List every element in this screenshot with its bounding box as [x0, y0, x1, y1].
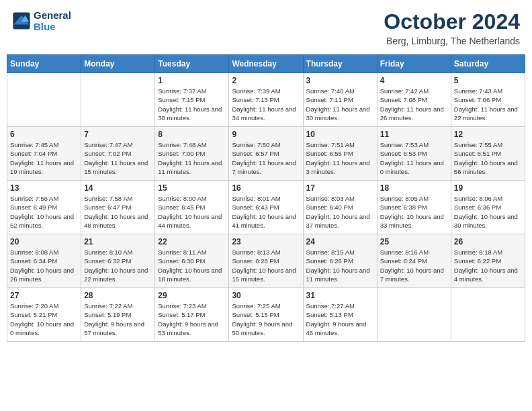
- calendar-week-3: 13Sunrise: 7:56 AM Sunset: 6:49 PM Dayli…: [7, 181, 525, 234]
- calendar-cell: 4Sunrise: 7:42 AM Sunset: 7:08 PM Daylig…: [377, 73, 451, 127]
- location-title: Berg, Limburg, The Netherlands: [384, 36, 520, 46]
- day-info: Sunrise: 8:00 AM Sunset: 6:45 PM Dayligh…: [158, 194, 226, 230]
- calendar-cell: [7, 73, 81, 127]
- day-info: Sunrise: 8:06 AM Sunset: 6:36 PM Dayligh…: [454, 194, 522, 230]
- day-info: Sunrise: 7:51 AM Sunset: 6:55 PM Dayligh…: [306, 140, 374, 176]
- day-number: 12: [454, 130, 522, 139]
- day-info: Sunrise: 8:08 AM Sunset: 6:34 PM Dayligh…: [10, 248, 78, 283]
- header-cell-wednesday: Wednesday: [229, 55, 303, 73]
- day-number: 7: [84, 130, 152, 139]
- calendar-cell: [377, 288, 451, 342]
- day-info: Sunrise: 7:40 AM Sunset: 7:11 PM Dayligh…: [306, 87, 374, 122]
- day-info: Sunrise: 7:37 AM Sunset: 7:15 PM Dayligh…: [158, 87, 226, 122]
- calendar-cell: 21Sunrise: 8:10 AM Sunset: 6:32 PM Dayli…: [81, 234, 155, 288]
- calendar-cell: 14Sunrise: 7:58 AM Sunset: 6:47 PM Dayli…: [81, 181, 155, 234]
- calendar-cell: 13Sunrise: 7:56 AM Sunset: 6:49 PM Dayli…: [7, 181, 81, 234]
- calendar-cell: 28Sunrise: 7:22 AM Sunset: 5:19 PM Dayli…: [81, 288, 155, 342]
- day-info: Sunrise: 7:25 AM Sunset: 5:15 PM Dayligh…: [232, 302, 300, 337]
- header-cell-monday: Monday: [81, 55, 155, 73]
- day-number: 29: [158, 291, 226, 300]
- calendar-cell: 30Sunrise: 7:25 AM Sunset: 5:15 PM Dayli…: [229, 288, 303, 342]
- day-info: Sunrise: 7:55 AM Sunset: 6:51 PM Dayligh…: [454, 140, 522, 176]
- day-info: Sunrise: 7:22 AM Sunset: 5:19 PM Dayligh…: [84, 302, 152, 337]
- day-info: Sunrise: 8:11 AM Sunset: 6:30 PM Dayligh…: [158, 248, 226, 283]
- calendar-cell: 2Sunrise: 7:39 AM Sunset: 7:13 PM Daylig…: [229, 73, 303, 127]
- calendar-cell: 26Sunrise: 8:18 AM Sunset: 6:22 PM Dayli…: [451, 234, 525, 288]
- day-number: 24: [306, 237, 374, 246]
- calendar-body: 1Sunrise: 7:37 AM Sunset: 7:15 PM Daylig…: [7, 73, 525, 342]
- calendar-cell: 25Sunrise: 8:16 AM Sunset: 6:24 PM Dayli…: [377, 234, 451, 288]
- day-number: 21: [84, 237, 152, 246]
- calendar-cell: 29Sunrise: 7:23 AM Sunset: 5:17 PM Dayli…: [155, 288, 229, 342]
- day-number: 11: [380, 130, 448, 139]
- day-info: Sunrise: 7:23 AM Sunset: 5:17 PM Dayligh…: [158, 302, 226, 337]
- day-info: Sunrise: 8:05 AM Sunset: 6:38 PM Dayligh…: [380, 194, 448, 230]
- day-info: Sunrise: 7:47 AM Sunset: 7:02 PM Dayligh…: [84, 140, 152, 176]
- day-info: Sunrise: 8:01 AM Sunset: 6:43 PM Dayligh…: [232, 194, 300, 230]
- day-info: Sunrise: 7:58 AM Sunset: 6:47 PM Dayligh…: [84, 194, 152, 230]
- calendar-cell: 16Sunrise: 8:01 AM Sunset: 6:43 PM Dayli…: [229, 181, 303, 234]
- day-number: 23: [232, 237, 300, 246]
- calendar-cell: [451, 288, 525, 342]
- day-info: Sunrise: 8:13 AM Sunset: 6:28 PM Dayligh…: [232, 248, 300, 283]
- day-number: 13: [10, 183, 78, 193]
- day-info: Sunrise: 7:50 AM Sunset: 6:57 PM Dayligh…: [232, 140, 300, 176]
- calendar-week-4: 20Sunrise: 8:08 AM Sunset: 6:34 PM Dayli…: [7, 234, 525, 288]
- calendar-cell: 12Sunrise: 7:55 AM Sunset: 6:51 PM Dayli…: [451, 127, 525, 181]
- calendar-cell: 9Sunrise: 7:50 AM Sunset: 6:57 PM Daylig…: [229, 127, 303, 181]
- day-info: Sunrise: 8:10 AM Sunset: 6:32 PM Dayligh…: [84, 248, 152, 283]
- calendar-cell: 11Sunrise: 7:53 AM Sunset: 6:53 PM Dayli…: [377, 127, 451, 181]
- day-number: 19: [454, 183, 522, 193]
- calendar-cell: 18Sunrise: 8:05 AM Sunset: 6:38 PM Dayli…: [377, 181, 451, 234]
- calendar-week-5: 27Sunrise: 7:20 AM Sunset: 5:21 PM Dayli…: [7, 288, 525, 342]
- day-info: Sunrise: 7:56 AM Sunset: 6:49 PM Dayligh…: [10, 194, 78, 230]
- day-number: 26: [454, 237, 522, 246]
- day-info: Sunrise: 7:48 AM Sunset: 7:00 PM Dayligh…: [158, 140, 226, 176]
- calendar-cell: 3Sunrise: 7:40 AM Sunset: 7:11 PM Daylig…: [303, 73, 377, 127]
- day-info: Sunrise: 8:16 AM Sunset: 6:24 PM Dayligh…: [380, 248, 448, 283]
- day-number: 2: [232, 76, 300, 85]
- day-number: 9: [232, 130, 300, 139]
- day-info: Sunrise: 7:20 AM Sunset: 5:21 PM Dayligh…: [10, 302, 78, 337]
- day-number: 18: [380, 183, 448, 193]
- calendar-header-row: SundayMondayTuesdayWednesdayThursdayFrid…: [7, 55, 525, 73]
- calendar-cell: [81, 73, 155, 127]
- day-number: 3: [306, 76, 374, 85]
- calendar-cell: 5Sunrise: 7:43 AM Sunset: 7:06 PM Daylig…: [451, 73, 525, 127]
- day-number: 1: [158, 76, 226, 85]
- calendar-week-1: 1Sunrise: 7:37 AM Sunset: 7:15 PM Daylig…: [7, 73, 525, 127]
- day-number: 4: [380, 76, 448, 85]
- logo: General Blue: [12, 9, 71, 32]
- page-header: General Blue October 2024 Berg, Limburg,…: [7, 7, 525, 49]
- day-info: Sunrise: 8:15 AM Sunset: 6:26 PM Dayligh…: [306, 248, 374, 283]
- day-info: Sunrise: 7:43 AM Sunset: 7:06 PM Dayligh…: [454, 87, 522, 122]
- day-info: Sunrise: 7:39 AM Sunset: 7:13 PM Dayligh…: [232, 87, 300, 122]
- day-number: 30: [232, 291, 300, 300]
- title-block: October 2024 Berg, Limburg, The Netherla…: [384, 9, 520, 46]
- day-info: Sunrise: 7:27 AM Sunset: 5:13 PM Dayligh…: [306, 302, 374, 337]
- header-cell-tuesday: Tuesday: [155, 55, 229, 73]
- calendar-table: SundayMondayTuesdayWednesdayThursdayFrid…: [7, 54, 525, 342]
- calendar-week-2: 6Sunrise: 7:45 AM Sunset: 7:04 PM Daylig…: [7, 127, 525, 181]
- calendar-cell: 8Sunrise: 7:48 AM Sunset: 7:00 PM Daylig…: [155, 127, 229, 181]
- calendar-cell: 27Sunrise: 7:20 AM Sunset: 5:21 PM Dayli…: [7, 288, 81, 342]
- day-info: Sunrise: 7:53 AM Sunset: 6:53 PM Dayligh…: [380, 140, 448, 176]
- day-number: 25: [380, 237, 448, 246]
- calendar-cell: 31Sunrise: 7:27 AM Sunset: 5:13 PM Dayli…: [303, 288, 377, 342]
- day-number: 8: [158, 130, 226, 139]
- day-number: 15: [158, 183, 226, 193]
- calendar-cell: 17Sunrise: 8:03 AM Sunset: 6:40 PM Dayli…: [303, 181, 377, 234]
- day-number: 28: [84, 291, 152, 300]
- header-cell-saturday: Saturday: [451, 55, 525, 73]
- day-info: Sunrise: 7:45 AM Sunset: 7:04 PM Dayligh…: [10, 140, 78, 176]
- header-cell-sunday: Sunday: [7, 55, 81, 73]
- day-info: Sunrise: 8:18 AM Sunset: 6:22 PM Dayligh…: [454, 248, 522, 283]
- day-number: 10: [306, 130, 374, 139]
- header-cell-thursday: Thursday: [303, 55, 377, 73]
- calendar-cell: 6Sunrise: 7:45 AM Sunset: 7:04 PM Daylig…: [7, 127, 81, 181]
- month-title: October 2024: [384, 9, 520, 34]
- calendar-cell: 19Sunrise: 8:06 AM Sunset: 6:36 PM Dayli…: [451, 181, 525, 234]
- day-number: 5: [454, 76, 522, 85]
- calendar-cell: 24Sunrise: 8:15 AM Sunset: 6:26 PM Dayli…: [303, 234, 377, 288]
- calendar-cell: 7Sunrise: 7:47 AM Sunset: 7:02 PM Daylig…: [81, 127, 155, 181]
